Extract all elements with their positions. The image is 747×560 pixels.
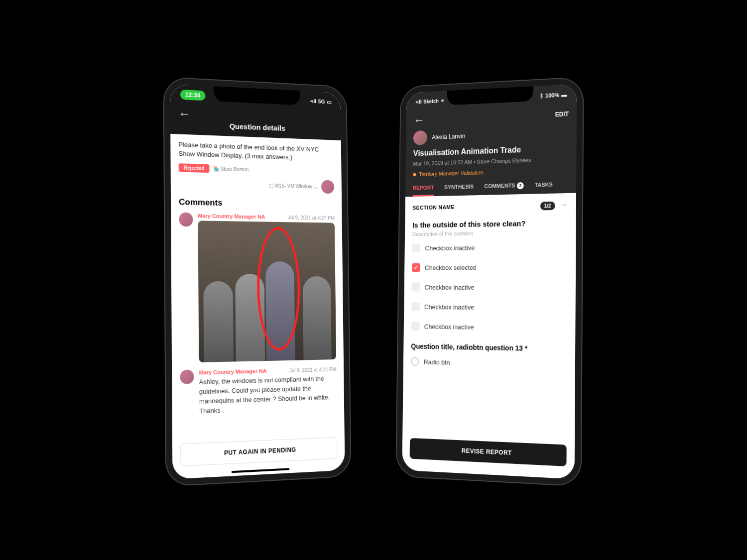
checkbox-icon <box>412 263 420 272</box>
comment-author: Mary Country Manager NA <box>199 368 267 375</box>
battery-icon: ▬ <box>561 91 567 98</box>
back-button[interactable]: ← <box>178 106 190 120</box>
back-button[interactable]: ← <box>413 113 425 127</box>
content-area: SECTION NAME 1/2 → Is the outside of thi… <box>402 193 576 466</box>
next-page-arrow[interactable]: → <box>560 200 568 209</box>
signal-icon: •ıll <box>310 98 316 104</box>
status-badge: Territory Manager Validation <box>413 167 568 177</box>
comments-badge: 2 <box>517 182 524 189</box>
comment-text: Ashley, the windows is not compliant wit… <box>199 374 337 416</box>
wifi-icon: ᯤ <box>441 97 446 103</box>
tab-report[interactable]: REPORT <box>413 184 434 196</box>
checkbox-option[interactable]: Checkbox inactive <box>411 322 568 333</box>
section-name: SECTION NAME <box>412 204 455 210</box>
phone-left: 12:34 •ıll 5G ▭ ← Question details Pleas… <box>164 77 350 485</box>
comment-image[interactable] <box>198 221 336 362</box>
checkbox-option[interactable]: Checkbox inactive <box>411 282 567 292</box>
comment-avatar[interactable] <box>180 369 194 384</box>
avatar[interactable] <box>321 180 334 194</box>
comment-item: Mary Country Manager NA Jul 9, 2021 at 4… <box>180 366 337 417</box>
phone-right: •ıll Sketch ᯤ ᛒ 100% ▬ ← EDIT Alexia Lan… <box>396 77 583 485</box>
battery-label: 100% <box>545 92 559 98</box>
rejected-chip: Rejected <box>179 163 210 173</box>
battery-icon: ▭ <box>327 99 331 105</box>
user-avatar[interactable] <box>413 130 427 145</box>
tab-synthesis[interactable]: SYNTHESIS <box>444 183 474 196</box>
tab-tasks[interactable]: TASKS <box>535 181 553 194</box>
edit-button[interactable]: EDIT <box>555 110 569 117</box>
checkbox-icon <box>411 302 420 311</box>
user-name: Alexia Lanvin <box>432 132 465 140</box>
checkbox-option[interactable]: Checkbox selected <box>412 262 568 272</box>
question-text: Please take a photo of the end look of t… <box>178 140 334 163</box>
checkbox-icon <box>411 282 420 291</box>
radio-icon <box>411 357 419 366</box>
page-indicator: 1/2 <box>540 201 555 210</box>
page-title: Question details <box>178 119 334 134</box>
signal-icon: •ıll <box>416 99 422 105</box>
checkbox-option[interactable]: Checkbox inactive <box>411 302 568 312</box>
checkbox-icon <box>412 243 420 252</box>
comment-item: Mary Country Manager NA Jul 9, 2021 at 4… <box>179 212 336 362</box>
checkbox-option[interactable]: Checkbox inactive <box>412 242 568 252</box>
window-chip: ▢ W15- VM Window i... <box>269 183 319 189</box>
store-chip: 🏪 Store Boston <box>213 166 249 172</box>
question-desc: Description of the question <box>412 229 568 237</box>
time-pill: 12:34 <box>180 89 206 101</box>
checkbox-icon <box>411 322 420 331</box>
comment-avatar[interactable] <box>179 212 193 226</box>
comment-time: Jul 9, 2021 at 4:27 PM <box>288 215 335 221</box>
comments-title: Comments <box>179 197 335 210</box>
status-dot-icon <box>413 172 416 176</box>
network-label: 5G <box>318 98 325 104</box>
carrier-label: Sketch <box>423 98 439 104</box>
question-title: Is the outside of this store clean? <box>412 218 568 229</box>
bluetooth-icon: ᛒ <box>540 93 543 99</box>
report-title: Visualisation Animation Trade <box>413 143 569 158</box>
content-area: Please take a photo of the end look of t… <box>170 133 345 483</box>
radio-option[interactable]: Radio btn <box>411 357 567 369</box>
question-title-2: Question title, radiobtn question 13 * <box>411 342 567 353</box>
comment-time: Jul 9, 2021 at 4:31 PM <box>289 366 336 373</box>
comment-author: Mary Country Manager NA <box>198 213 265 220</box>
tab-comments[interactable]: COMMENTS2 <box>484 182 524 195</box>
